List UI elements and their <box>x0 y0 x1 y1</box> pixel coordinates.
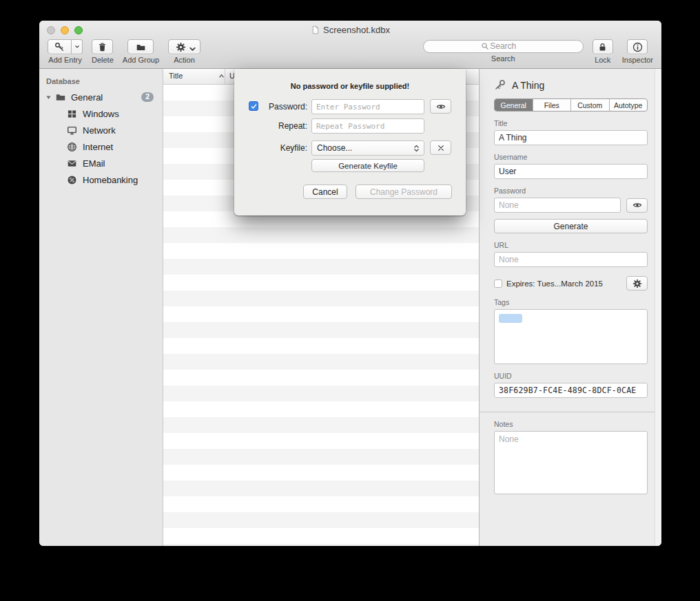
entry-title: A Thing <box>512 80 544 91</box>
disclosure-triangle-icon[interactable] <box>45 94 52 101</box>
inspector-tabs: General Files Custom Autotype <box>494 98 648 112</box>
chevron-down-icon <box>74 43 81 50</box>
username-field[interactable] <box>494 164 648 179</box>
tag-pill[interactable] <box>499 314 522 323</box>
reveal-password-button[interactable] <box>626 198 648 213</box>
sidebar-group-label: General <box>71 92 103 103</box>
window-title: Screenshot.kdbx <box>323 25 390 35</box>
internet-icon <box>67 142 77 152</box>
uuid-label: UUID <box>494 372 648 380</box>
notes-label: Notes <box>494 420 648 428</box>
sidebar-item-email[interactable]: EMail <box>39 155 163 171</box>
notes-textarea[interactable] <box>494 431 648 494</box>
column-header-title[interactable]: Title <box>169 72 183 80</box>
eye-icon <box>436 102 446 112</box>
add-entry-label: Add Entry <box>48 56 81 64</box>
folder-icon <box>55 92 66 103</box>
dialog-message: No password or keyfile supplied! <box>234 82 466 90</box>
search-label: Search <box>491 54 515 63</box>
sidebar-item-windows[interactable]: Windows <box>39 105 163 122</box>
tags-box[interactable] <box>494 309 648 364</box>
toolbar-item-search: Search <box>423 39 584 63</box>
title-field[interactable] <box>494 130 648 145</box>
url-field-label: URL <box>494 241 648 249</box>
section-divider <box>480 412 661 412</box>
titlebar[interactable]: Screenshot.kdbx <box>39 21 661 39</box>
cancel-button[interactable]: Cancel <box>303 184 347 199</box>
inspector-scrollbar[interactable] <box>655 69 661 546</box>
add-group-button[interactable] <box>127 39 154 54</box>
close-button[interactable] <box>47 26 55 34</box>
tab-autotype[interactable]: Autotype <box>609 99 648 111</box>
action-button[interactable] <box>168 39 200 54</box>
sidebar-item-label: Internet <box>83 142 113 152</box>
close-x-icon <box>436 143 446 153</box>
sidebar-item-network[interactable]: Network <box>39 122 163 138</box>
toolbar-item-add-group: Add Group <box>123 39 159 64</box>
gear-icon <box>632 279 642 288</box>
add-group-label: Add Group <box>123 56 159 64</box>
delete-button[interactable] <box>92 39 113 54</box>
action-label: Action <box>174 56 195 64</box>
sidebar-item-homebanking[interactable]: Homebanking <box>39 171 163 188</box>
sidebar-item-internet[interactable]: Internet <box>39 138 163 155</box>
lock-label: Lock <box>595 56 610 64</box>
uuid-field[interactable] <box>494 383 648 398</box>
tab-files[interactable]: Files <box>533 99 571 111</box>
dialog-reveal-password-button[interactable] <box>430 99 451 114</box>
eye-icon <box>632 200 642 210</box>
lock-button[interactable] <box>593 39 613 54</box>
window-title-group: Screenshot.kdbx <box>311 25 390 35</box>
folder-icon <box>136 42 146 52</box>
popup-stepper-icon <box>412 143 421 154</box>
dialog-repeat-input[interactable] <box>311 118 424 134</box>
entry-count-badge: 2 <box>141 92 154 103</box>
network-icon <box>67 125 77 136</box>
inspector-panel: A Thing General Files Custom Autotype Ti… <box>479 69 661 546</box>
tags-label: Tags <box>494 298 648 306</box>
sidebar: Database General 2 Windows Network Inter… <box>39 69 163 546</box>
tab-general[interactable]: General <box>495 99 533 111</box>
sidebar-group-general[interactable]: General 2 <box>39 89 163 105</box>
column-divider[interactable] <box>225 69 225 84</box>
add-entry-button[interactable] <box>48 39 72 54</box>
sidebar-item-label: Network <box>83 125 116 136</box>
email-icon <box>67 158 77 169</box>
generate-password-button[interactable]: Generate <box>494 219 648 233</box>
add-entry-dropdown-button[interactable] <box>72 39 83 54</box>
dialog-password-input[interactable] <box>311 99 424 114</box>
password-field-label: Password <box>494 187 648 195</box>
traffic-lights <box>47 26 83 34</box>
info-icon <box>632 42 643 52</box>
window-chrome: Screenshot.kdbx Add Entry D <box>39 21 661 69</box>
minimize-button[interactable] <box>61 26 69 34</box>
toolbar-item-inspector: Inspector <box>622 39 653 64</box>
username-field-label: Username <box>494 153 648 161</box>
inspector-button[interactable] <box>627 39 648 54</box>
sidebar-item-label: EMail <box>83 158 105 169</box>
search-input[interactable] <box>423 40 584 53</box>
expires-label: Expires: Tues...March 2015 <box>506 280 622 288</box>
sidebar-section-header: Database <box>39 69 163 89</box>
tab-custom[interactable]: Custom <box>570 99 609 111</box>
toolbar: Add Entry Delete Add Group Action <box>39 39 661 69</box>
password-field[interactable] <box>494 198 621 213</box>
dialog-keyfile-label: Keyfile: <box>255 143 307 153</box>
gear-icon <box>176 42 186 52</box>
clear-keyfile-button[interactable] <box>430 140 451 155</box>
change-password-button[interactable]: Change Password <box>356 184 452 199</box>
generate-keyfile-button[interactable]: Generate Keyfile <box>311 159 424 172</box>
keyfile-popup[interactable]: Choose... <box>311 140 424 156</box>
dialog-repeat-label: Repeat: <box>255 121 307 131</box>
inspector-header: A Thing <box>494 69 648 91</box>
sidebar-item-label: Homebanking <box>83 175 138 185</box>
key-icon <box>494 79 506 91</box>
delete-label: Delete <box>92 56 114 64</box>
expires-settings-button[interactable] <box>626 276 648 291</box>
inspector-label: Inspector <box>622 56 653 64</box>
toolbar-item-lock: Lock <box>593 39 613 64</box>
sidebar-item-label: Windows <box>83 109 119 119</box>
expires-checkbox[interactable] <box>494 280 502 288</box>
zoom-button[interactable] <box>74 26 83 34</box>
url-field[interactable] <box>494 252 648 267</box>
